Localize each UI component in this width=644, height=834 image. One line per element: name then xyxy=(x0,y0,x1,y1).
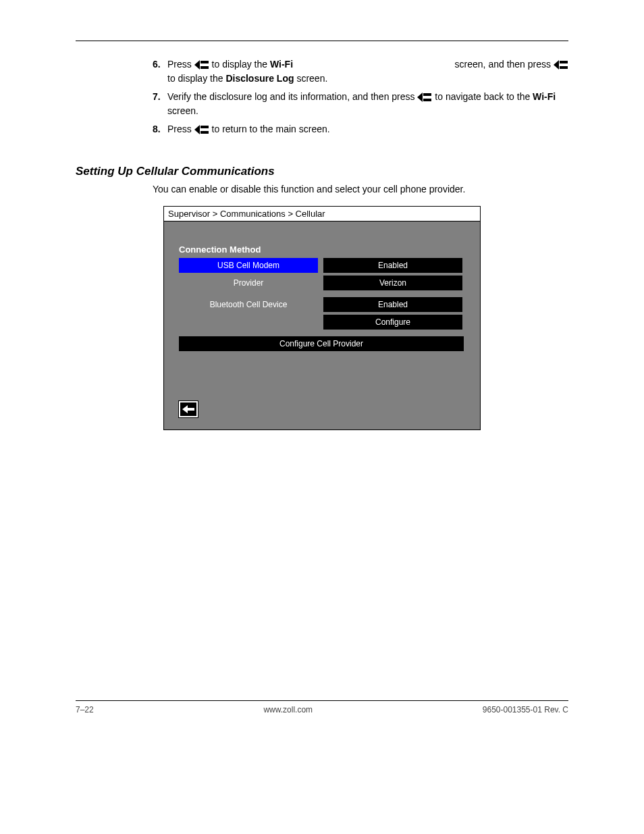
svg-rect-10 xyxy=(200,126,209,128)
body-content: 6. Press to display the Wi-Fi screen, an… xyxy=(153,57,568,136)
svg-rect-2 xyxy=(200,66,209,69)
svg-marker-6 xyxy=(417,93,423,102)
step-7-text: Verify the disclosure log and its inform… xyxy=(167,90,568,118)
svg-rect-4 xyxy=(560,61,568,63)
page-bottom-rule xyxy=(76,700,568,701)
connection-method-label: Connection Method xyxy=(179,244,468,255)
step-7-bold: Wi-Fi xyxy=(533,91,556,102)
svg-marker-0 xyxy=(194,60,200,70)
usb-cell-modem-value[interactable]: Enabled xyxy=(323,258,462,273)
row-configure: Configure xyxy=(179,315,468,330)
configure-label-spacer xyxy=(179,315,318,330)
bluetooth-cell-device-value[interactable]: Enabled xyxy=(323,297,462,312)
step-6-tail: screen. xyxy=(296,73,327,84)
section-heading: Setting Up Cellular Communications xyxy=(76,165,568,178)
footer-doc-id: 9650-001355-01 Rev. C xyxy=(483,705,568,714)
svg-marker-9 xyxy=(194,125,200,134)
back-arrow-list-icon-4 xyxy=(194,125,209,134)
step-6: 6. Press to display the Wi-Fi screen, an… xyxy=(153,57,568,86)
svg-marker-3 xyxy=(554,60,559,70)
svg-rect-7 xyxy=(423,93,431,96)
step-6-bold2: Disclosure Log xyxy=(225,73,294,84)
provider-value[interactable]: Verizon xyxy=(323,276,462,290)
configure-button[interactable]: Configure xyxy=(323,315,462,330)
svg-rect-1 xyxy=(200,61,209,63)
section-paragraph: You can enable or disable this function … xyxy=(153,182,568,197)
back-arrow-icon xyxy=(182,405,194,413)
step-7-tail: screen. xyxy=(167,105,198,116)
step-6-mid1: to display the xyxy=(212,59,270,70)
svg-rect-11 xyxy=(200,131,209,134)
footer-page-number: 7–22 xyxy=(76,705,94,714)
step-6-pre: Press xyxy=(167,59,194,70)
configure-cell-provider-button[interactable]: Configure Cell Provider xyxy=(179,336,464,351)
bluetooth-cell-device-label[interactable]: Bluetooth Cell Device xyxy=(179,297,318,312)
row-usb-cell-modem: USB Cell Modem Enabled xyxy=(179,258,468,273)
step-6-text: Press to display the Wi-Fi screen, and t… xyxy=(167,57,568,86)
back-arrow-list-icon-2 xyxy=(554,60,568,70)
page-top-rule xyxy=(76,41,568,41)
svg-rect-5 xyxy=(560,66,568,69)
page-footer: 7–22 www.zoll.com 9650-001355-01 Rev. C xyxy=(76,700,568,714)
step-8-post: to return to the main screen. xyxy=(212,124,330,134)
back-button[interactable] xyxy=(179,401,198,417)
back-arrow-list-icon-3 xyxy=(417,93,432,102)
provider-label[interactable]: Provider xyxy=(179,276,318,290)
step-6-number: 6. xyxy=(153,57,167,72)
step-8-text: Press to return to the main screen. xyxy=(167,122,568,136)
step-7-pre: Verify the disclosure log and its inform… xyxy=(167,91,417,102)
row-bluetooth-cell-device: Bluetooth Cell Device Enabled xyxy=(179,297,468,312)
step-6-bold1: Wi-Fi xyxy=(270,59,298,70)
step-8: 8. Press to return to the main screen. xyxy=(153,122,568,136)
svg-rect-8 xyxy=(423,99,431,101)
footer-url: www.zoll.com xyxy=(263,705,313,714)
step-6-mid2: screen, and then press xyxy=(455,57,551,72)
usb-cell-modem-label[interactable]: USB Cell Modem xyxy=(179,258,318,273)
device-screenshot: Supervisor > Communications > Cellular C… xyxy=(163,206,481,430)
svg-marker-12 xyxy=(182,405,194,413)
step-7-number: 7. xyxy=(153,90,167,104)
step-7: 7. Verify the disclosure log and its inf… xyxy=(153,90,568,118)
step-8-number: 8. xyxy=(153,122,167,136)
step-7-mid: to navigate back to the xyxy=(435,91,533,102)
step-8-pre: Press xyxy=(167,124,194,134)
screenshot-back-area xyxy=(179,401,468,417)
screenshot-breadcrumb: Supervisor > Communications > Cellular xyxy=(164,207,480,221)
screenshot-body: Connection Method USB Cell Modem Enabled… xyxy=(164,221,480,429)
row-provider: Provider Verizon xyxy=(179,276,468,290)
step-6-post: to display the xyxy=(167,73,225,84)
back-arrow-list-icon xyxy=(194,60,209,70)
